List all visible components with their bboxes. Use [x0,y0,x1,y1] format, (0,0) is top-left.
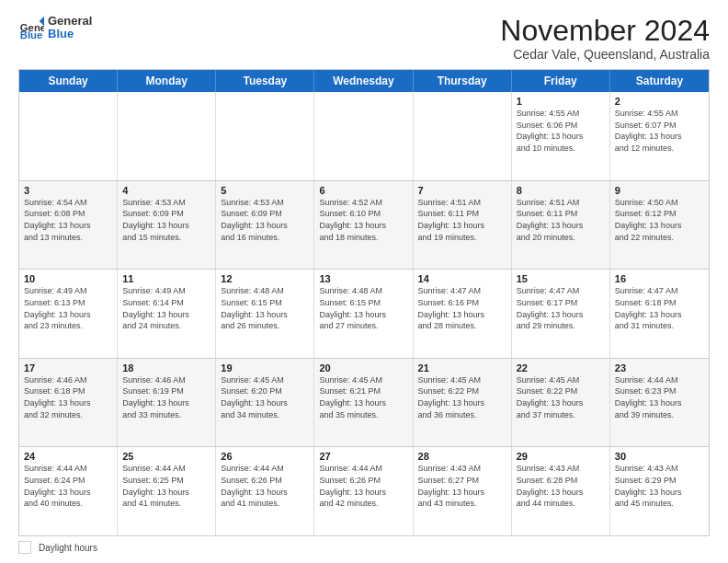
day-info: Sunrise: 4:43 AM Sunset: 6:29 PM Dayligh… [615,463,704,509]
calendar-header-cell: Friday [512,70,610,92]
calendar-row: 24Sunrise: 4:44 AM Sunset: 6:24 PM Dayli… [19,447,709,535]
day-info: Sunrise: 4:46 AM Sunset: 6:18 PM Dayligh… [24,374,112,420]
day-info: Sunrise: 4:50 AM Sunset: 6:12 PM Dayligh… [615,197,704,243]
day-number: 28 [418,451,506,462]
day-info: Sunrise: 4:44 AM Sunset: 6:25 PM Dayligh… [122,463,210,509]
day-info: Sunrise: 4:53 AM Sunset: 6:09 PM Dayligh… [122,197,210,243]
day-number: 7 [418,185,506,196]
calendar-cell [314,92,413,180]
day-number: 10 [24,273,112,284]
day-number: 18 [122,362,210,373]
legend: Daylight hours [18,541,710,554]
day-number: 19 [221,362,309,373]
calendar-cell: 4Sunrise: 4:53 AM Sunset: 6:09 PM Daylig… [118,181,216,270]
day-number: 12 [221,273,309,284]
page: General Blue General Blue November 2024 … [0,0,728,563]
day-info: Sunrise: 4:52 AM Sunset: 6:10 PM Dayligh… [319,197,407,243]
calendar-cell: 26Sunrise: 4:44 AM Sunset: 6:26 PM Dayli… [216,447,314,535]
calendar-cell [19,92,118,180]
day-number: 15 [517,273,605,284]
day-info: Sunrise: 4:54 AM Sunset: 6:08 PM Dayligh… [24,197,112,243]
logo-icon: General Blue [18,15,44,40]
calendar-cell [118,92,216,180]
calendar-row: 10Sunrise: 4:49 AM Sunset: 6:13 PM Dayli… [19,270,709,359]
day-number: 2 [615,96,704,107]
calendar-cell: 2Sunrise: 4:55 AM Sunset: 6:07 PM Daylig… [610,92,709,180]
main-title: November 2024 [500,15,710,47]
day-info: Sunrise: 4:49 AM Sunset: 6:13 PM Dayligh… [24,285,112,331]
day-info: Sunrise: 4:44 AM Sunset: 6:24 PM Dayligh… [24,463,112,509]
day-number: 29 [517,451,605,462]
legend-box [18,541,31,554]
calendar-cell: 16Sunrise: 4:47 AM Sunset: 6:18 PM Dayli… [610,270,709,358]
day-info: Sunrise: 4:43 AM Sunset: 6:28 PM Dayligh… [517,463,605,509]
calendar-cell: 13Sunrise: 4:48 AM Sunset: 6:15 PM Dayli… [314,270,413,358]
day-number: 5 [221,185,309,196]
calendar-header-cell: Monday [118,70,216,92]
day-info: Sunrise: 4:44 AM Sunset: 6:23 PM Dayligh… [615,374,704,420]
calendar-cell [216,92,314,180]
day-info: Sunrise: 4:55 AM Sunset: 6:06 PM Dayligh… [517,108,605,154]
day-info: Sunrise: 4:45 AM Sunset: 6:21 PM Dayligh… [319,374,407,420]
calendar-cell: 3Sunrise: 4:54 AM Sunset: 6:08 PM Daylig… [19,181,118,270]
calendar-cell: 27Sunrise: 4:44 AM Sunset: 6:26 PM Dayli… [314,447,413,535]
calendar-cell: 1Sunrise: 4:55 AM Sunset: 6:06 PM Daylig… [512,92,610,180]
calendar-row: 17Sunrise: 4:46 AM Sunset: 6:18 PM Dayli… [19,359,709,448]
calendar-cell: 9Sunrise: 4:50 AM Sunset: 6:12 PM Daylig… [610,181,709,270]
day-number: 14 [418,273,506,284]
day-info: Sunrise: 4:45 AM Sunset: 6:22 PM Dayligh… [418,374,506,420]
svg-text:Blue: Blue [20,30,43,41]
header: General Blue General Blue November 2024 … [18,15,710,62]
logo: General Blue General Blue [18,15,92,41]
day-info: Sunrise: 4:47 AM Sunset: 6:16 PM Dayligh… [418,285,506,331]
day-info: Sunrise: 4:47 AM Sunset: 6:17 PM Dayligh… [517,285,605,331]
day-info: Sunrise: 4:45 AM Sunset: 6:22 PM Dayligh… [517,374,605,420]
day-info: Sunrise: 4:48 AM Sunset: 6:15 PM Dayligh… [319,285,407,331]
calendar-cell: 22Sunrise: 4:45 AM Sunset: 6:22 PM Dayli… [512,359,610,447]
day-info: Sunrise: 4:43 AM Sunset: 6:27 PM Dayligh… [418,463,506,509]
day-info: Sunrise: 4:44 AM Sunset: 6:26 PM Dayligh… [221,463,309,509]
day-number: 3 [24,185,112,196]
calendar-cell [414,92,512,180]
calendar-body: 1Sunrise: 4:55 AM Sunset: 6:06 PM Daylig… [19,92,709,535]
calendar-cell: 20Sunrise: 4:45 AM Sunset: 6:21 PM Dayli… [314,359,413,447]
calendar-row: 3Sunrise: 4:54 AM Sunset: 6:08 PM Daylig… [19,181,709,270]
calendar-header-cell: Tuesday [216,70,314,92]
subtitle: Cedar Vale, Queensland, Australia [500,47,710,62]
day-number: 16 [615,273,704,284]
calendar-header-cell: Wednesday [314,70,413,92]
day-number: 30 [615,451,704,462]
calendar-cell: 21Sunrise: 4:45 AM Sunset: 6:22 PM Dayli… [414,359,512,447]
logo-blue-text: Blue [48,28,92,40]
title-block: November 2024 Cedar Vale, Queensland, Au… [500,15,710,62]
day-number: 1 [517,96,605,107]
calendar-cell: 23Sunrise: 4:44 AM Sunset: 6:23 PM Dayli… [610,359,709,447]
calendar-row: 1Sunrise: 4:55 AM Sunset: 6:06 PM Daylig… [19,92,709,181]
day-number: 21 [418,362,506,373]
day-number: 17 [24,362,112,373]
calendar-cell: 10Sunrise: 4:49 AM Sunset: 6:13 PM Dayli… [19,270,118,358]
calendar-header-cell: Saturday [610,70,709,92]
calendar-cell: 30Sunrise: 4:43 AM Sunset: 6:29 PM Dayli… [610,447,709,535]
calendar-cell: 12Sunrise: 4:48 AM Sunset: 6:15 PM Dayli… [216,270,314,358]
calendar-cell: 17Sunrise: 4:46 AM Sunset: 6:18 PM Dayli… [19,359,118,447]
day-number: 24 [24,451,112,462]
day-info: Sunrise: 4:51 AM Sunset: 6:11 PM Dayligh… [418,197,506,243]
day-number: 26 [221,451,309,462]
calendar-header-cell: Thursday [414,70,512,92]
logo-text: General Blue [48,15,92,41]
day-number: 20 [319,362,407,373]
calendar-cell: 15Sunrise: 4:47 AM Sunset: 6:17 PM Dayli… [512,270,610,358]
calendar-cell: 25Sunrise: 4:44 AM Sunset: 6:25 PM Dayli… [118,447,216,535]
day-info: Sunrise: 4:55 AM Sunset: 6:07 PM Dayligh… [615,108,704,154]
calendar-cell: 6Sunrise: 4:52 AM Sunset: 6:10 PM Daylig… [314,181,413,270]
calendar-header-cell: Sunday [19,70,118,92]
legend-label: Daylight hours [39,543,97,553]
calendar-cell: 5Sunrise: 4:53 AM Sunset: 6:09 PM Daylig… [216,181,314,270]
calendar-cell: 29Sunrise: 4:43 AM Sunset: 6:28 PM Dayli… [512,447,610,535]
day-info: Sunrise: 4:45 AM Sunset: 6:20 PM Dayligh… [221,374,309,420]
day-number: 9 [615,185,704,196]
calendar-cell: 24Sunrise: 4:44 AM Sunset: 6:24 PM Dayli… [19,447,118,535]
calendar: SundayMondayTuesdayWednesdayThursdayFrid… [18,69,710,536]
day-number: 8 [517,185,605,196]
